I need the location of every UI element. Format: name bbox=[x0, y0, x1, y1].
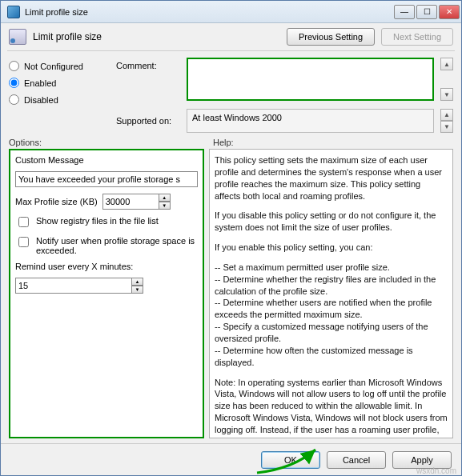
show-registry-label: Show registry files in the file list bbox=[36, 216, 159, 226]
comment-scroll-up[interactable]: ▲ bbox=[440, 58, 453, 70]
radio-disabled-label: Disabled bbox=[24, 95, 58, 105]
header-row: Limit profile size Previous Setting Next… bbox=[1, 23, 461, 49]
minimize-button[interactable]: — bbox=[394, 5, 415, 19]
remind-up[interactable]: ▲ bbox=[131, 278, 143, 286]
supported-scroll-down[interactable]: ▼ bbox=[440, 121, 453, 133]
titlebar: Limit profile size — ☐ ✕ bbox=[1, 1, 461, 23]
radio-not-configured-input[interactable] bbox=[9, 61, 19, 71]
help-bullet: -- Determine whether users are notified … bbox=[215, 297, 448, 321]
options-heading: Options: bbox=[9, 138, 213, 147]
help-pane[interactable]: This policy setting sets the maximum siz… bbox=[209, 149, 453, 438]
window-title: Limit profile size bbox=[25, 7, 394, 17]
main-panes: Custom Message Max Profile size (KB) ▲ ▼… bbox=[1, 149, 461, 443]
custom-message-label: Custom Message bbox=[15, 155, 198, 165]
app-icon bbox=[7, 6, 20, 18]
apply-button[interactable]: Apply bbox=[392, 451, 452, 469]
help-bullet: -- Determine whether the registry files … bbox=[215, 274, 448, 298]
notify-user-label: Notify user when profile storage space i… bbox=[36, 236, 198, 255]
dialog-window: Limit profile size — ☐ ✕ Limit profile s… bbox=[0, 0, 462, 476]
options-pane: Custom Message Max Profile size (KB) ▲ ▼… bbox=[9, 149, 204, 438]
policy-title: Limit profile size bbox=[33, 31, 280, 42]
remind-label: Remind user every X minutes: bbox=[15, 262, 198, 271]
help-text: This policy setting sets the maximum siz… bbox=[215, 154, 448, 202]
custom-message-field[interactable] bbox=[15, 171, 198, 187]
radio-disabled[interactable]: Disabled bbox=[9, 94, 111, 105]
help-text: If you enable this policy setting, you c… bbox=[215, 242, 448, 254]
radio-not-configured-label: Not Configured bbox=[24, 62, 83, 71]
pane-labels: Options: Help: bbox=[1, 134, 461, 149]
footer: OK Cancel Apply bbox=[1, 443, 461, 475]
ok-button[interactable]: OK bbox=[261, 451, 320, 469]
supported-scroll-up[interactable]: ▲ bbox=[440, 109, 453, 121]
comment-label: Comment: bbox=[116, 58, 180, 70]
supported-value: At least Windows 2000 bbox=[192, 113, 282, 122]
next-setting-button: Next Setting bbox=[381, 28, 453, 46]
notify-user-checkbox[interactable]: Notify user when profile storage space i… bbox=[15, 236, 198, 255]
config-area: Not Configured Enabled Disabled Comment:… bbox=[1, 53, 461, 134]
show-registry-input[interactable] bbox=[18, 217, 29, 227]
cancel-button[interactable]: Cancel bbox=[327, 451, 386, 469]
show-registry-checkbox[interactable]: Show registry files in the file list bbox=[15, 216, 198, 230]
radio-enabled[interactable]: Enabled bbox=[9, 78, 111, 88]
supported-value-box: At least Windows 2000 bbox=[187, 109, 434, 133]
radio-enabled-label: Enabled bbox=[24, 78, 56, 88]
radio-disabled-input[interactable] bbox=[9, 94, 19, 105]
comment-field[interactable] bbox=[187, 58, 434, 101]
remind-down[interactable]: ▼ bbox=[131, 286, 143, 294]
radio-enabled-input[interactable] bbox=[9, 78, 19, 88]
remind-spinner[interactable]: ▲ ▼ bbox=[15, 278, 92, 294]
maximize-button[interactable]: ☐ bbox=[416, 5, 437, 19]
comment-scroll-down[interactable]: ▼ bbox=[440, 88, 453, 101]
max-profile-label: Max Profile size (KB) bbox=[15, 197, 98, 206]
supported-label: Supported on: bbox=[116, 116, 180, 126]
help-bullet: -- Specify a customized message notifyin… bbox=[215, 321, 448, 345]
help-heading: Help: bbox=[213, 138, 234, 147]
divider bbox=[7, 50, 455, 51]
help-bullet: -- Determine how often the customized me… bbox=[215, 345, 448, 369]
policy-icon bbox=[9, 29, 26, 45]
notify-user-input[interactable] bbox=[18, 237, 29, 247]
max-profile-up[interactable]: ▲ bbox=[159, 194, 171, 202]
help-note: Note: In operating systems earlier than … bbox=[215, 377, 448, 439]
max-profile-down[interactable]: ▼ bbox=[159, 202, 171, 210]
radio-not-configured[interactable]: Not Configured bbox=[9, 61, 111, 71]
state-radio-group: Not Configured Enabled Disabled bbox=[9, 58, 111, 133]
help-bullet: -- Set a maximum permitted user profile … bbox=[215, 262, 448, 274]
remind-input[interactable] bbox=[15, 278, 131, 294]
close-button[interactable]: ✕ bbox=[439, 5, 460, 19]
help-text: If you disable this policy setting or do… bbox=[215, 210, 448, 234]
max-profile-input[interactable] bbox=[102, 194, 159, 210]
max-profile-spinner[interactable]: ▲ ▼ bbox=[102, 194, 171, 210]
previous-setting-button[interactable]: Previous Setting bbox=[287, 28, 375, 46]
